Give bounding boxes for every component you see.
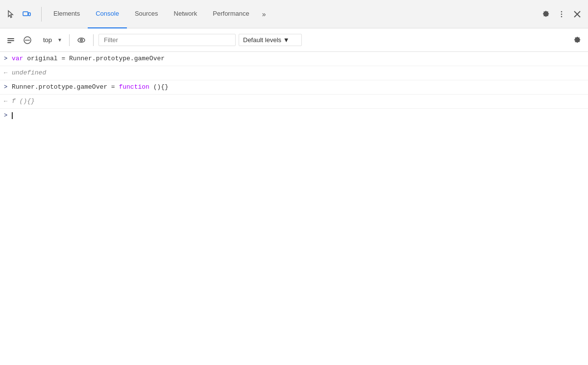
input-arrow-1: > xyxy=(0,54,12,64)
line-content-1: var original = Runner.prototype.gameOver xyxy=(12,54,584,64)
tab-console[interactable]: Console xyxy=(88,0,127,28)
tab-more[interactable]: » xyxy=(257,0,271,28)
line-content-4: f (){} xyxy=(12,97,584,106)
cursor-icon[interactable] xyxy=(4,7,18,21)
line-content-3: Runner.prototype.gameOver = function (){… xyxy=(12,82,584,92)
context-select[interactable]: top xyxy=(39,34,64,46)
output-arrow-4: ← xyxy=(0,97,12,106)
console-input-line[interactable]: > xyxy=(0,109,588,122)
svg-rect-7 xyxy=(7,38,14,39)
svg-rect-0 xyxy=(23,12,28,16)
top-toolbar-icons xyxy=(539,7,584,21)
tab-divider-1 xyxy=(41,7,42,22)
levels-select[interactable]: Default levels ▼ xyxy=(239,34,302,46)
svg-point-14 xyxy=(81,40,82,41)
tab-performance[interactable]: Performance xyxy=(205,0,257,28)
close-icon[interactable] xyxy=(570,7,584,21)
console-divider-2 xyxy=(93,34,94,46)
tab-network[interactable]: Network xyxy=(166,0,205,28)
svg-rect-1 xyxy=(28,13,30,16)
svg-rect-9 xyxy=(7,42,11,43)
current-input-arrow: > xyxy=(0,111,12,121)
tab-elements[interactable]: Elements xyxy=(46,0,88,28)
console-line-2: ← undefined xyxy=(0,66,588,80)
tab-sources[interactable]: Sources xyxy=(127,0,166,28)
settings-icon[interactable] xyxy=(539,7,553,21)
more-icon[interactable] xyxy=(555,7,568,21)
devtools-icons xyxy=(4,7,33,21)
console-line-3: > Runner.prototype.gameOver = function (… xyxy=(0,80,588,95)
console-line-1: > var original = Runner.prototype.gameOv… xyxy=(0,52,588,66)
no-entry-button[interactable] xyxy=(21,33,34,47)
device-icon[interactable] xyxy=(20,7,33,21)
levels-select-wrapper[interactable]: Default levels ▼ xyxy=(239,34,302,46)
console-toolbar: top ▼ Default levels ▼ xyxy=(0,28,588,52)
clear-console-button[interactable] xyxy=(4,33,18,47)
filter-input[interactable] xyxy=(98,34,236,46)
svg-point-3 xyxy=(561,13,563,15)
svg-point-2 xyxy=(561,11,563,12)
svg-rect-8 xyxy=(7,40,14,41)
console-divider-1 xyxy=(69,34,70,46)
input-arrow-3: > xyxy=(0,82,12,92)
console-settings-icon[interactable] xyxy=(570,33,584,47)
console-output: > var original = Runner.prototype.gameOv… xyxy=(0,52,588,365)
eye-button[interactable] xyxy=(74,33,88,47)
output-arrow-2: ← xyxy=(0,68,12,78)
svg-point-4 xyxy=(561,16,563,17)
tab-bar: Elements Console Sources Network Perform… xyxy=(0,0,588,28)
cursor-blink xyxy=(12,112,13,119)
line-content-2: undefined xyxy=(12,68,584,78)
context-select-wrapper[interactable]: top ▼ xyxy=(39,34,64,46)
console-line-4: ← f (){} xyxy=(0,95,588,109)
